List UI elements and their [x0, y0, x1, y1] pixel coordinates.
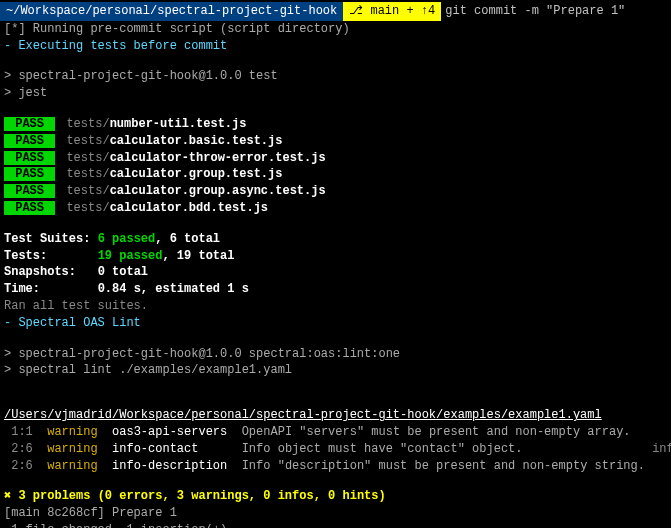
lint-level: warning: [47, 459, 97, 473]
pass-badge: PASS: [4, 117, 55, 131]
lint-position: 1:1: [4, 425, 47, 439]
pass-badge: PASS: [4, 151, 55, 165]
git-branch-status: ⎇ main + ↑4: [343, 2, 441, 21]
lint-position: 2:6: [4, 459, 47, 473]
test-result-row: PASS tests/number-util.test.js: [0, 116, 671, 133]
commit-changed: 1 file changed, 1 insertion(+): [0, 522, 671, 528]
summary-suites: Test Suites: 6 passed, 6 total: [0, 231, 671, 248]
pass-badge: PASS: [4, 167, 55, 181]
shell-prompt[interactable]: ~/Workspace/personal/spectral-project-gi…: [0, 2, 671, 21]
summary-time: Time: 0.84 s, estimated 1 s: [0, 281, 671, 298]
lint-message: Info "description" must be present and n…: [242, 459, 660, 473]
test-dir: tests/: [59, 167, 109, 181]
pass-badge: PASS: [4, 201, 55, 215]
test-dir: tests/: [59, 134, 109, 148]
lint-problems-summary: ✖ 3 problems (0 errors, 3 warnings, 0 in…: [0, 488, 671, 505]
test-file: calculator.group.test.js: [110, 167, 283, 181]
test-dir: tests/: [59, 184, 109, 198]
test-file: calculator.basic.test.js: [110, 134, 283, 148]
test-result-row: PASS tests/calculator-throw-error.test.j…: [0, 150, 671, 167]
test-dir: tests/: [59, 151, 109, 165]
summary-tests: Tests: 19 passed, 19 total: [0, 248, 671, 265]
summary-snapshots: Snapshots: 0 total: [0, 264, 671, 281]
test-result-row: PASS tests/calculator.group.test.js: [0, 166, 671, 183]
precommit-running: [*] Running pre-commit script (script di…: [0, 21, 671, 38]
lint-rule: info-description: [98, 459, 242, 473]
lint-row: 2:6 warning info-description Info "descr…: [0, 458, 671, 475]
lint-row: 1:1 warning oas3-api-servers OpenAPI "se…: [0, 424, 671, 441]
lint-rule: info-contact: [98, 442, 242, 456]
lint-level: warning: [47, 442, 97, 456]
npm-test-line2: > jest: [0, 85, 671, 102]
shell-command: git commit -m "Prepare 1": [441, 3, 625, 20]
test-dir: tests/: [59, 117, 109, 131]
precommit-executing: - Executing tests before commit: [0, 38, 671, 55]
test-result-row: PASS tests/calculator.bdd.test.js: [0, 200, 671, 217]
lint-message: Info object must have "contact" object.: [242, 442, 638, 456]
test-file: number-util.test.js: [110, 117, 247, 131]
lint-row: 2:6 warning info-contact Info object mus…: [0, 441, 671, 458]
lint-file-path: /Users/vjmadrid/Workspace/personal/spect…: [0, 407, 671, 424]
spectral-cmd2: > spectral lint ./examples/example1.yaml: [0, 362, 671, 379]
test-file: calculator.bdd.test.js: [110, 201, 268, 215]
commit-main: [main 8c268cf] Prepare 1: [0, 505, 671, 522]
cwd-path: ~/Workspace/personal/spectral-project-gi…: [0, 2, 343, 21]
lint-message: OpenAPI "servers" must be present and no…: [242, 425, 631, 439]
pass-badge: PASS: [4, 184, 55, 198]
lint-level: warning: [47, 425, 97, 439]
spectral-header: - Spectral OAS Lint: [0, 315, 671, 332]
pass-badge: PASS: [4, 134, 55, 148]
lint-trail: info: [638, 442, 671, 456]
summary-ran: Ran all test suites.: [0, 298, 671, 315]
test-dir: tests/: [59, 201, 109, 215]
test-result-row: PASS tests/calculator.group.async.test.j…: [0, 183, 671, 200]
test-file: calculator-throw-error.test.js: [110, 151, 326, 165]
spectral-cmd1: > spectral-project-git-hook@1.0.0 spectr…: [0, 346, 671, 363]
lint-rule: oas3-api-servers: [98, 425, 242, 439]
lint-trail: info: [659, 459, 671, 473]
lint-position: 2:6: [4, 442, 47, 456]
npm-test-line1: > spectral-project-git-hook@1.0.0 test: [0, 68, 671, 85]
test-result-row: PASS tests/calculator.basic.test.js: [0, 133, 671, 150]
test-file: calculator.group.async.test.js: [110, 184, 326, 198]
